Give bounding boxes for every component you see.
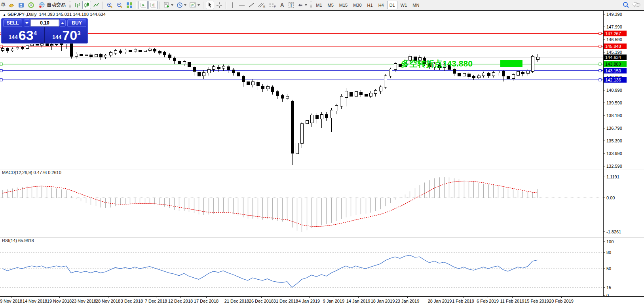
date-axis: 9 Nov 201814 Nov 201819 Nov 201823 Nov 2… bbox=[0, 297, 574, 304]
svg-text:9 Nov 2018: 9 Nov 2018 bbox=[0, 299, 22, 303]
svg-text:多空转折点143.880: 多空转折点143.880 bbox=[401, 59, 473, 68]
crosshair-tool[interactable] bbox=[215, 1, 224, 9]
trendline-tool[interactable] bbox=[247, 1, 256, 9]
volume-increase-button[interactable] bbox=[59, 19, 66, 27]
text-tool[interactable]: A bbox=[278, 1, 286, 9]
svg-text:6 Feb 2019: 6 Feb 2019 bbox=[477, 299, 499, 303]
equidistant-channel-tool[interactable]: E bbox=[256, 1, 266, 9]
window-borders bbox=[0, 11, 644, 297]
svg-text:15 Feb 2019: 15 Feb 2019 bbox=[524, 299, 549, 303]
svg-text:23 Nov 2018: 23 Nov 2018 bbox=[72, 299, 96, 303]
zoom-in-icon[interactable] bbox=[105, 1, 114, 9]
toolbar-grip bbox=[310, 2, 312, 9]
svg-text:9 Jan 2019: 9 Jan 2019 bbox=[323, 299, 344, 303]
volume-input[interactable] bbox=[30, 19, 59, 27]
fibonacci-tool[interactable]: F bbox=[267, 1, 277, 9]
chart-symbol: GBPJPY-,Daily bbox=[8, 12, 37, 17]
svg-text:15: 15 bbox=[606, 285, 611, 290]
hline-145.848[interactable] bbox=[0, 45, 603, 47]
up-triangle-icon bbox=[61, 22, 64, 24]
timeframe-mn[interactable]: MN bbox=[410, 1, 422, 9]
mt4-terminal: { "toolbar": { "order_label": "单", "auto… bbox=[0, 0, 644, 305]
down-triangle-icon bbox=[25, 22, 28, 24]
highlight-rectangle[interactable] bbox=[500, 60, 522, 67]
svg-text:139.590: 139.590 bbox=[606, 100, 622, 105]
order-button[interactable]: 单 bbox=[1, 2, 6, 8]
timeframe-d1[interactable]: D1 bbox=[387, 1, 397, 9]
svg-text:144.634: 144.634 bbox=[605, 55, 621, 60]
auto-scroll-icon[interactable] bbox=[139, 1, 148, 9]
svg-text:132.590: 132.590 bbox=[606, 164, 622, 169]
svg-text:3 Dec 2018: 3 Dec 2018 bbox=[121, 299, 143, 303]
indicators-dropdown[interactable] bbox=[162, 1, 175, 9]
svg-text:11 Feb 2019: 11 Feb 2019 bbox=[500, 299, 524, 303]
timeframe-m5[interactable]: M5 bbox=[325, 1, 336, 9]
svg-text:1 Feb 2019: 1 Feb 2019 bbox=[452, 299, 474, 303]
candlestick-chart-icon[interactable] bbox=[82, 1, 91, 9]
buy-button[interactable]: BUY bbox=[67, 19, 86, 27]
svg-text:80: 80 bbox=[606, 250, 611, 255]
svg-text:50: 50 bbox=[606, 266, 611, 271]
svg-text:143.150: 143.150 bbox=[605, 68, 621, 73]
mql-community-icon[interactable] bbox=[27, 1, 36, 9]
hline-142.136[interactable] bbox=[0, 79, 603, 81]
chat-icon[interactable] bbox=[631, 1, 642, 9]
templates-dropdown[interactable] bbox=[188, 1, 201, 9]
auto-trading-icon bbox=[38, 2, 46, 8]
macd-pane: 1.11910.00-1.8261 bbox=[0, 174, 621, 234]
timeframe-group: M1M5M15M30H1H4D1W1MN bbox=[313, 1, 422, 9]
profile-icon[interactable] bbox=[17, 1, 26, 9]
svg-text:140.990: 140.990 bbox=[606, 88, 622, 93]
volume-decrease-button[interactable] bbox=[24, 19, 30, 27]
auto-trading-button[interactable]: 自动交易 bbox=[36, 1, 68, 9]
timeframe-h4[interactable]: H4 bbox=[376, 1, 386, 9]
svg-text:149.390: 149.390 bbox=[606, 12, 622, 17]
hline-147.267[interactable] bbox=[0, 32, 603, 35]
text-label-tool[interactable]: T bbox=[287, 1, 295, 9]
annotation-text[interactable]: 多空转折点143.880 bbox=[401, 59, 473, 68]
timeframe-m15[interactable]: M15 bbox=[337, 1, 350, 9]
chart-title: ▲GBPJPY-,Daily 144.393 145.031 144.108 1… bbox=[3, 12, 106, 17]
horizontal-line-tool[interactable] bbox=[237, 1, 246, 9]
svg-text:100: 100 bbox=[606, 239, 614, 244]
svg-text:21 Dec 2018: 21 Dec 2018 bbox=[224, 299, 249, 303]
sell-price[interactable]: 144 63 4 bbox=[1, 27, 45, 43]
tile-windows-icon[interactable] bbox=[125, 1, 134, 9]
hline-143.150[interactable] bbox=[0, 70, 603, 72]
timeframe-m1[interactable]: M1 bbox=[313, 1, 324, 9]
svg-text:142.136: 142.136 bbox=[605, 78, 621, 82]
new-order-icon[interactable] bbox=[7, 1, 16, 9]
svg-text:147.990: 147.990 bbox=[606, 25, 622, 29]
svg-text:133.990: 133.990 bbox=[606, 151, 622, 156]
svg-text:20 Feb 2019: 20 Feb 2019 bbox=[549, 299, 574, 303]
svg-text:-1.8261: -1.8261 bbox=[606, 229, 621, 234]
svg-text:19 Nov 2018: 19 Nov 2018 bbox=[47, 299, 72, 303]
rsi-pane: 1008050150 bbox=[0, 239, 614, 298]
periods-dropdown[interactable] bbox=[175, 1, 188, 9]
bar-chart-icon[interactable] bbox=[73, 1, 82, 9]
chart-ohlc: 144.393 145.031 144.108 144.634 bbox=[39, 12, 106, 17]
vertical-line-tool[interactable] bbox=[228, 1, 237, 9]
timeframe-m30[interactable]: M30 bbox=[351, 1, 364, 9]
sell-button[interactable]: SELL bbox=[3, 19, 22, 27]
buy-price[interactable]: 144 70 3 bbox=[45, 27, 88, 43]
svg-text:18 Jan 2019: 18 Jan 2019 bbox=[371, 299, 395, 303]
line-chart-icon[interactable] bbox=[92, 1, 101, 9]
timeframe-w1[interactable]: W1 bbox=[398, 1, 410, 9]
timeframe-h1[interactable]: H1 bbox=[365, 1, 375, 9]
cursor-tool[interactable] bbox=[206, 1, 214, 9]
zoom-out-icon[interactable] bbox=[115, 1, 124, 9]
svg-text:23 Jan 2019: 23 Jan 2019 bbox=[395, 299, 420, 303]
chart-canvas[interactable]: 149.390147.990146.590145.190143.790142.3… bbox=[0, 0, 644, 305]
svg-text:135.390: 135.390 bbox=[606, 138, 622, 143]
search-icon[interactable] bbox=[621, 1, 631, 9]
svg-text:26 Dec 2018: 26 Dec 2018 bbox=[249, 299, 274, 303]
svg-text:28 Jan 2019: 28 Jan 2019 bbox=[428, 299, 452, 303]
svg-text:4 Jan 2019: 4 Jan 2019 bbox=[298, 299, 320, 303]
chart-shift-icon[interactable] bbox=[148, 1, 158, 9]
one-click-trading-panel: SELL BUY 144 63 4 144 70 3 bbox=[1, 18, 88, 44]
macd-label: MACD(12,26,9) 0.4776 0.2610 bbox=[2, 170, 61, 175]
shapes-dropdown[interactable] bbox=[296, 1, 308, 9]
macd-signal-line bbox=[2, 181, 538, 227]
svg-text:0: 0 bbox=[606, 293, 609, 298]
